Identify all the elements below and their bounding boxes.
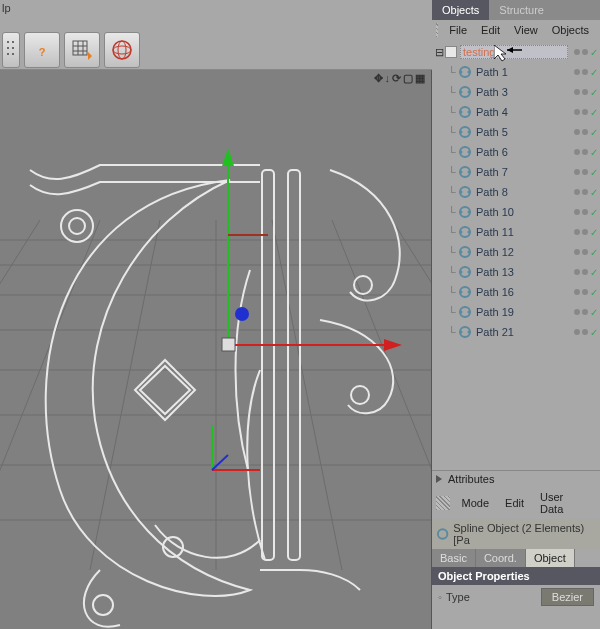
vis-dot-icon[interactable] bbox=[582, 309, 588, 315]
tree-child-row[interactable]: └Path 5✓ bbox=[434, 122, 600, 142]
vis-dot-icon[interactable] bbox=[582, 229, 588, 235]
enable-check-icon[interactable]: ✓ bbox=[590, 107, 598, 118]
axis-gizmo[interactable] bbox=[0, 70, 432, 629]
vis-dot-icon[interactable] bbox=[574, 249, 580, 255]
enable-check-icon[interactable]: ✓ bbox=[590, 47, 598, 58]
enable-check-icon[interactable]: ✓ bbox=[590, 307, 598, 318]
tree-item-label[interactable]: Path 16 bbox=[474, 286, 568, 298]
layout-icon[interactable]: ▦ bbox=[415, 72, 425, 85]
vis-dot-icon[interactable] bbox=[574, 169, 580, 175]
enable-check-icon[interactable]: ✓ bbox=[590, 187, 598, 198]
tree-child-row[interactable]: └Path 4✓ bbox=[434, 102, 600, 122]
object-tree[interactable]: ⊟ testing ✓ └Path 1✓└Path 3✓└Path 4✓└Pat… bbox=[432, 40, 600, 470]
help-menu-fragment[interactable]: lp bbox=[2, 2, 11, 14]
tree-child-row[interactable]: └Path 1✓ bbox=[434, 62, 600, 82]
tree-item-label[interactable]: Path 12 bbox=[474, 246, 568, 258]
panel-grip-icon[interactable] bbox=[436, 496, 450, 510]
tree-item-label[interactable]: Path 4 bbox=[474, 106, 568, 118]
enable-check-icon[interactable]: ✓ bbox=[590, 287, 598, 298]
attr-tab-object[interactable]: Object bbox=[526, 549, 575, 567]
enable-check-icon[interactable]: ✓ bbox=[590, 127, 598, 138]
attr-menu-userdata[interactable]: User Data bbox=[532, 489, 596, 517]
vis-dot-icon[interactable] bbox=[574, 49, 580, 55]
menu-view[interactable]: View bbox=[507, 22, 545, 38]
enable-check-icon[interactable]: ✓ bbox=[590, 247, 598, 258]
vis-dot-icon[interactable] bbox=[574, 89, 580, 95]
tree-item-label[interactable]: Path 6 bbox=[474, 146, 568, 158]
attr-tab-coord[interactable]: Coord. bbox=[476, 549, 526, 567]
frame-icon[interactable]: ▢ bbox=[403, 72, 413, 85]
enable-check-icon[interactable]: ✓ bbox=[590, 87, 598, 98]
tree-child-row[interactable]: └Path 21✓ bbox=[434, 322, 600, 342]
tree-child-row[interactable]: └Path 12✓ bbox=[434, 242, 600, 262]
tree-item-label[interactable]: Path 21 bbox=[474, 326, 568, 338]
vis-dot-icon[interactable] bbox=[582, 169, 588, 175]
vis-dot-icon[interactable] bbox=[582, 149, 588, 155]
tree-child-row[interactable]: └Path 7✓ bbox=[434, 162, 600, 182]
tree-child-row[interactable]: └Path 3✓ bbox=[434, 82, 600, 102]
enable-check-icon[interactable]: ✓ bbox=[590, 147, 598, 158]
attr-menu-edit[interactable]: Edit bbox=[497, 495, 532, 511]
tab-objects[interactable]: Objects bbox=[432, 0, 489, 20]
tree-child-row[interactable]: └Path 19✓ bbox=[434, 302, 600, 322]
vis-dot-icon[interactable] bbox=[582, 109, 588, 115]
property-value-type[interactable]: Bezier bbox=[541, 588, 594, 606]
globe-icon[interactable] bbox=[104, 32, 140, 68]
tree-item-label[interactable]: Path 13 bbox=[474, 266, 568, 278]
vis-dot-icon[interactable] bbox=[574, 209, 580, 215]
tree-child-row[interactable]: └Path 6✓ bbox=[434, 142, 600, 162]
panel-grip-icon[interactable] bbox=[436, 23, 438, 37]
vis-dot-icon[interactable] bbox=[574, 69, 580, 75]
menu-edit[interactable]: Edit bbox=[474, 22, 507, 38]
vis-dot-icon[interactable] bbox=[582, 49, 588, 55]
tree-item-label[interactable]: Path 7 bbox=[474, 166, 568, 178]
tree-item-label[interactable]: Path 8 bbox=[474, 186, 568, 198]
enable-check-icon[interactable]: ✓ bbox=[590, 167, 598, 178]
grid-arrow-icon[interactable] bbox=[64, 32, 100, 68]
tree-child-row[interactable]: └Path 11✓ bbox=[434, 222, 600, 242]
dotted-tool-icon[interactable] bbox=[2, 32, 20, 68]
vis-dot-icon[interactable] bbox=[582, 69, 588, 75]
attr-menu-mode[interactable]: Mode bbox=[454, 495, 498, 511]
tree-child-row[interactable]: └Path 10✓ bbox=[434, 202, 600, 222]
vis-dot-icon[interactable] bbox=[574, 269, 580, 275]
tree-child-row[interactable]: └Path 16✓ bbox=[434, 282, 600, 302]
vis-dot-icon[interactable] bbox=[582, 89, 588, 95]
viewport-3d[interactable]: ✥ ↓ ⟳ ▢ ▦ bbox=[0, 70, 432, 629]
vis-dot-icon[interactable] bbox=[582, 269, 588, 275]
tree-root-label[interactable]: testing bbox=[460, 45, 568, 59]
vis-dot-icon[interactable] bbox=[574, 329, 580, 335]
vis-dot-icon[interactable] bbox=[574, 189, 580, 195]
vis-dot-icon[interactable] bbox=[582, 249, 588, 255]
tree-root-row[interactable]: ⊟ testing ✓ bbox=[434, 42, 600, 62]
attr-tab-basic[interactable]: Basic bbox=[432, 549, 476, 567]
vis-dot-icon[interactable] bbox=[574, 109, 580, 115]
menu-objects[interactable]: Objects bbox=[545, 22, 596, 38]
enable-check-icon[interactable]: ✓ bbox=[590, 327, 598, 338]
pan-icon[interactable]: ✥ bbox=[374, 72, 383, 85]
tree-item-label[interactable]: Path 1 bbox=[474, 66, 568, 78]
vis-dot-icon[interactable] bbox=[582, 129, 588, 135]
enable-check-icon[interactable]: ✓ bbox=[590, 67, 598, 78]
help-icon[interactable]: ? bbox=[24, 32, 60, 68]
dolly-icon[interactable]: ↓ bbox=[385, 72, 391, 85]
tree-item-label[interactable]: Path 10 bbox=[474, 206, 568, 218]
collapse-icon[interactable]: ⊟ bbox=[434, 46, 444, 59]
vis-dot-icon[interactable] bbox=[582, 209, 588, 215]
vis-dot-icon[interactable] bbox=[582, 329, 588, 335]
vis-dot-icon[interactable] bbox=[574, 289, 580, 295]
vis-dot-icon[interactable] bbox=[574, 229, 580, 235]
vis-dot-icon[interactable] bbox=[582, 289, 588, 295]
tab-structure[interactable]: Structure bbox=[489, 0, 554, 20]
orbit-icon[interactable]: ⟳ bbox=[392, 72, 401, 85]
vis-dot-icon[interactable] bbox=[574, 309, 580, 315]
tree-item-label[interactable]: Path 11 bbox=[474, 226, 568, 238]
vis-dot-icon[interactable] bbox=[574, 129, 580, 135]
tree-item-label[interactable]: Path 3 bbox=[474, 86, 568, 98]
tree-item-label[interactable]: Path 19 bbox=[474, 306, 568, 318]
tree-child-row[interactable]: └Path 8✓ bbox=[434, 182, 600, 202]
chevron-right-icon[interactable] bbox=[434, 474, 444, 484]
vis-dot-icon[interactable] bbox=[582, 189, 588, 195]
enable-check-icon[interactable]: ✓ bbox=[590, 267, 598, 278]
tree-item-label[interactable]: Path 5 bbox=[474, 126, 568, 138]
